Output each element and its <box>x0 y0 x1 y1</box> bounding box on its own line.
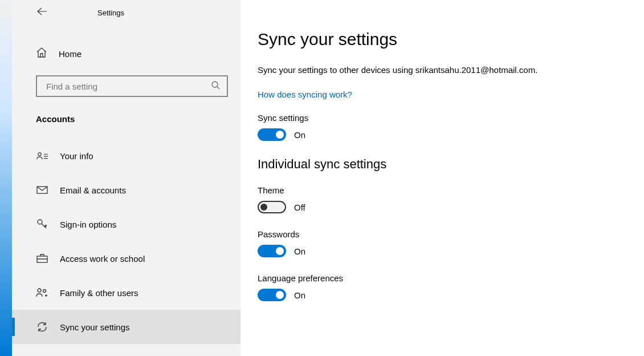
page-description: Sync your settings to other devices usin… <box>258 65 621 75</box>
app-title: Settings <box>97 9 124 17</box>
passwords-toggle[interactable] <box>258 245 286 257</box>
sidebar-item-sync[interactable]: Sync your settings <box>12 310 241 344</box>
svg-point-5 <box>38 289 41 292</box>
individual-sync-title: Individual sync settings <box>258 157 621 172</box>
svg-point-1 <box>38 153 41 156</box>
sidebar-item-label: Email & accounts <box>60 185 126 195</box>
sidebar-item-label: Sync your settings <box>60 322 130 332</box>
sidebar-item-label: Your info <box>60 151 93 161</box>
theme-label: Theme <box>258 185 621 195</box>
sync-settings-label: Sync settings <box>258 113 621 123</box>
sync-icon <box>36 321 48 333</box>
sidebar-item-label: Family & other users <box>60 288 138 298</box>
sidebar-item-family[interactable]: Family & other users <box>12 276 241 310</box>
mail-icon <box>36 186 48 194</box>
sidebar-item-email[interactable]: Email & accounts <box>12 173 241 207</box>
people-icon <box>36 288 48 297</box>
search-icon <box>211 80 220 92</box>
sidebar-item-label: Access work or school <box>60 254 145 264</box>
nav-list: Your info Email & accounts Sign-in optio… <box>12 139 241 344</box>
section-label: Accounts <box>12 97 241 124</box>
svg-point-0 <box>212 82 218 87</box>
search-box[interactable] <box>36 75 228 97</box>
sidebar-item-workschool[interactable]: Access work or school <box>12 241 241 276</box>
back-icon[interactable] <box>37 7 47 18</box>
sidebar-header: Settings <box>12 2 241 23</box>
how-syncing-works-link[interactable]: How does syncing work? <box>258 90 352 99</box>
sidebar-item-your-info[interactable]: Your info <box>12 139 241 173</box>
toggle-state: Off <box>294 203 305 212</box>
lang-label: Language preferences <box>258 273 621 283</box>
search-input[interactable] <box>46 82 211 91</box>
lang-toggle[interactable] <box>258 289 286 301</box>
home-nav[interactable]: Home <box>12 41 241 66</box>
svg-point-3 <box>38 220 42 224</box>
person-icon <box>36 151 48 160</box>
passwords-label: Passwords <box>258 229 621 239</box>
theme-toggle[interactable] <box>258 201 286 213</box>
key-icon <box>36 219 48 230</box>
window-accent-bar <box>0 0 12 356</box>
theme-toggle-row: Off <box>258 201 621 213</box>
toggle-state: On <box>294 290 305 300</box>
main-content: Sync your settings Sync your settings to… <box>241 0 644 356</box>
home-icon <box>36 47 47 60</box>
sidebar: Settings Home Accounts Your info Email &… <box>12 0 241 356</box>
sync-settings-toggle-row: On <box>258 128 621 141</box>
sidebar-item-signin[interactable]: Sign-in options <box>12 207 241 241</box>
lang-toggle-row: On <box>258 289 621 301</box>
toggle-state: On <box>294 246 305 256</box>
briefcase-icon <box>36 254 48 263</box>
page-title: Sync your settings <box>258 30 621 49</box>
search-wrap <box>36 75 228 97</box>
home-label: Home <box>59 49 81 59</box>
svg-point-6 <box>43 290 46 293</box>
sidebar-item-label: Sign-in options <box>60 220 116 229</box>
sync-settings-toggle[interactable] <box>258 128 286 141</box>
passwords-toggle-row: On <box>258 245 621 257</box>
toggle-state: On <box>294 130 305 140</box>
